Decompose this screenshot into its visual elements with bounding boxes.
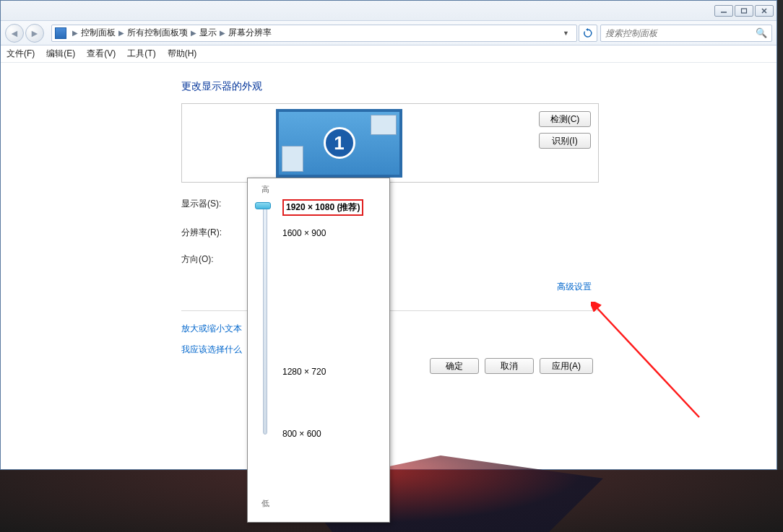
titlebar: [1, 1, 776, 21]
chevron-right-icon: ▶: [118, 29, 124, 37]
slider-tick-labels: 1920 × 1080 (推荐)1600 × 9001280 × 720800 …: [274, 199, 381, 495]
monitor-label: 显示器(S):: [181, 198, 248, 210]
identify-button[interactable]: 识别(I): [539, 133, 591, 149]
cancel-button[interactable]: 取消: [485, 358, 534, 374]
refresh-button[interactable]: [579, 25, 597, 42]
slider-low-label: 低: [258, 498, 272, 509]
desktop-background: [0, 470, 783, 532]
chevron-right-icon: ▶: [191, 29, 196, 37]
detect-button[interactable]: 检测(C): [539, 111, 591, 127]
breadcrumb-item[interactable]: 控制面板: [81, 27, 116, 39]
breadcrumb-item[interactable]: 显示: [199, 27, 217, 39]
menu-help[interactable]: 帮助(H): [168, 48, 197, 60]
chevron-right-icon: ▶: [220, 29, 225, 37]
mini-window-icon: [371, 115, 397, 135]
resolution-option[interactable]: 1920 × 1080 (推荐): [282, 199, 363, 216]
breadcrumb-item[interactable]: 所有控制面板项: [127, 27, 188, 39]
links-section: 放大或缩小文本 我应该选择什么: [181, 310, 599, 356]
nav-buttons: ◄ ►: [5, 22, 47, 44]
slider-high-label: 高: [258, 184, 272, 195]
text-size-link[interactable]: 放大或缩小文本: [181, 323, 599, 335]
apply-button[interactable]: 应用(A): [540, 358, 593, 374]
slider-track: [263, 204, 267, 435]
search-input[interactable]: [605, 28, 756, 38]
search-icon[interactable]: 🔍: [756, 27, 767, 38]
resolution-dropdown-panel: 高 1920 × 1080 (推荐)1600 × 9001280 × 72080…: [247, 178, 390, 523]
breadcrumb[interactable]: ▶ 控制面板 ▶ 所有控制面板项 ▶ 显示 ▶ 屏幕分辨率 ▼: [51, 25, 577, 42]
resolution-option[interactable]: 1280 × 720: [282, 367, 326, 377]
navbar: ◄ ► ▶ 控制面板 ▶ 所有控制面板项 ▶ 显示 ▶ 屏幕分辨率 ▼ 🔍: [1, 21, 776, 45]
mini-window-icon: [282, 146, 303, 172]
svg-rect-1: [742, 9, 747, 13]
search-box[interactable]: 🔍: [600, 25, 772, 42]
page-title: 更改显示器的外观: [181, 80, 776, 93]
breadcrumb-item[interactable]: 屏幕分辨率: [228, 27, 272, 39]
monitor-preview[interactable]: 1: [276, 109, 402, 178]
slider-thumb[interactable]: [255, 202, 271, 209]
monitor-number-badge: 1: [324, 127, 355, 159]
menu-view[interactable]: 查看(V): [87, 48, 116, 60]
orientation-label: 方向(O):: [181, 253, 248, 266]
breadcrumb-dropdown-icon[interactable]: ▼: [558, 30, 574, 37]
resolution-label: 分辨率(R):: [181, 227, 248, 239]
monitor-preview-box: 1 检测(C) 识别(I): [181, 103, 599, 183]
forward-button[interactable]: ►: [25, 24, 44, 43]
resolution-slider[interactable]: [256, 199, 274, 495]
menubar: 文件(F) 编辑(E) 查看(V) 工具(T) 帮助(H): [1, 45, 776, 63]
menu-edit[interactable]: 编辑(E): [46, 48, 75, 60]
close-button[interactable]: [755, 5, 774, 17]
resolution-option[interactable]: 800 × 600: [282, 429, 321, 439]
ok-button[interactable]: 确定: [430, 358, 479, 374]
menu-file[interactable]: 文件(F): [7, 48, 35, 60]
back-button[interactable]: ◄: [5, 24, 24, 43]
resolution-option[interactable]: 1600 × 900: [282, 228, 326, 238]
control-panel-icon: [55, 27, 66, 39]
chevron-right-icon: ▶: [72, 29, 78, 37]
minimize-button[interactable]: [714, 5, 733, 17]
menu-tools[interactable]: 工具(T): [127, 48, 155, 60]
dialog-buttons: 确定 取消 应用(A): [430, 358, 593, 374]
maximize-button[interactable]: [735, 5, 753, 17]
choose-link[interactable]: 我应该选择什么: [181, 344, 599, 356]
advanced-settings-link[interactable]: 高级设置: [557, 281, 592, 293]
